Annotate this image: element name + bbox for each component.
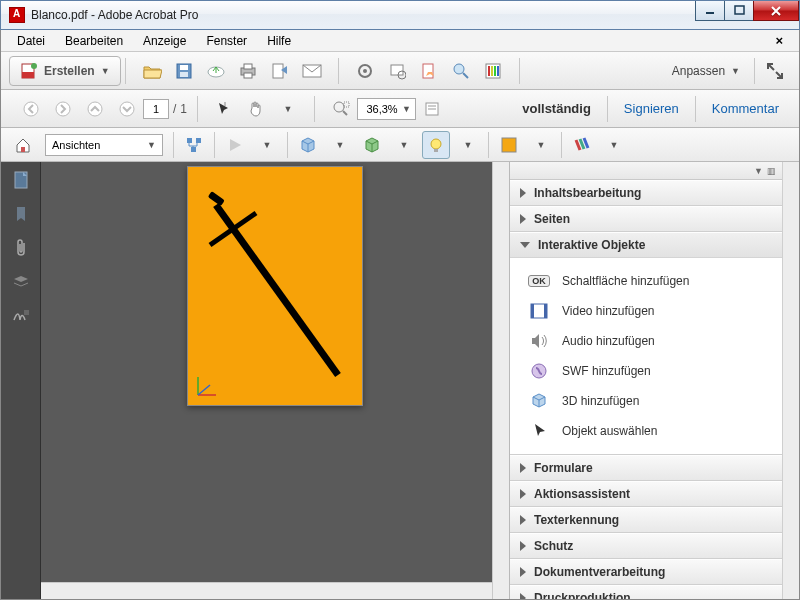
select-tool-button[interactable] <box>210 95 238 123</box>
share-button[interactable] <box>266 57 294 85</box>
email-button[interactable] <box>298 57 326 85</box>
scroll-down-button[interactable] <box>113 95 141 123</box>
green-cube-button[interactable] <box>358 131 386 159</box>
menu-file[interactable]: Datei <box>7 31 55 51</box>
fullscreen-button[interactable] <box>761 57 789 85</box>
views-label: Ansichten <box>52 139 100 151</box>
cloud-button[interactable] <box>202 57 230 85</box>
scroll-up-button[interactable] <box>81 95 109 123</box>
toolbar-navigation: / 1 ▼ ▼ vollständig Signieren Kommentar <box>1 90 799 128</box>
section-print-production[interactable]: Druckproduktion <box>510 585 782 599</box>
menu-help[interactable]: Hilfe <box>257 31 301 51</box>
section-protection[interactable]: Schutz <box>510 533 782 558</box>
panel-menu-icon[interactable]: ▼ <box>754 166 763 176</box>
signatures-button[interactable] <box>11 306 31 326</box>
print-button[interactable] <box>234 57 262 85</box>
chevron-down-icon: ▼ <box>147 140 156 150</box>
section-text-recognition[interactable]: Texterkennung <box>510 507 782 532</box>
action-add-button[interactable]: OK Schaltfläche hinzufügen <box>510 266 782 296</box>
create-button[interactable]: Erstellen ▼ <box>9 56 121 86</box>
search-icon <box>452 62 470 80</box>
svg-rect-23 <box>491 66 493 76</box>
bookmarks-button[interactable] <box>11 204 31 224</box>
swf-icon <box>528 362 550 380</box>
section-forms[interactable]: Formulare <box>510 455 782 480</box>
views-combo[interactable]: Ansichten ▼ <box>45 134 163 156</box>
save-button[interactable] <box>170 57 198 85</box>
action-add-swf[interactable]: SWF hinzufügen <box>510 356 782 386</box>
green-cube-dropdown[interactable]: ▼ <box>390 131 418 159</box>
menu-window[interactable]: Fenster <box>196 31 257 51</box>
cross-section-button[interactable] <box>568 131 596 159</box>
svg-point-26 <box>24 102 38 116</box>
panel-scrollbar[interactable] <box>782 162 799 599</box>
zoom-dropdown-button[interactable] <box>418 95 446 123</box>
model-tree-button[interactable] <box>180 131 208 159</box>
interactive-body: OK Schaltfläche hinzufügen Video hinzufü… <box>510 257 782 454</box>
first-page-button[interactable] <box>17 95 45 123</box>
attachments-button[interactable] <box>11 238 31 258</box>
window-maximize-button[interactable] <box>724 1 754 21</box>
layers-button[interactable] <box>11 272 31 292</box>
print-setup-button[interactable] <box>383 57 411 85</box>
svg-line-51 <box>198 385 210 395</box>
page-number-input[interactable] <box>143 99 169 119</box>
expand-icon <box>520 593 526 599</box>
vertical-scrollbar[interactable] <box>492 162 509 599</box>
expand-icon <box>520 541 526 551</box>
comment-pane-button[interactable]: Kommentar <box>700 101 791 116</box>
thumbnails-button[interactable] <box>11 170 31 190</box>
tools-pane-button[interactable]: vollständig <box>510 101 603 116</box>
window-close-button[interactable] <box>753 1 799 21</box>
sign-pane-button[interactable]: Signieren <box>612 101 691 116</box>
action-add-audio[interactable]: Audio hinzufügen <box>510 326 782 356</box>
menu-edit[interactable]: Bearbeiten <box>55 31 133 51</box>
svg-rect-43 <box>502 138 516 152</box>
zoom-input[interactable] <box>362 103 402 115</box>
light-dropdown[interactable]: ▼ <box>454 131 482 159</box>
tree-icon <box>185 136 203 154</box>
menubar-close-icon[interactable]: × <box>765 30 793 51</box>
pdf-page[interactable] <box>187 166 363 406</box>
document-star-icon <box>420 62 438 80</box>
next-page-button[interactable] <box>49 95 77 123</box>
menu-view[interactable]: Anzeige <box>133 31 196 51</box>
open-button[interactable] <box>138 57 166 85</box>
panel-options-icon[interactable]: ▥ <box>767 166 776 176</box>
settings-button[interactable] <box>351 57 379 85</box>
action-add-video[interactable]: Video hinzufügen <box>510 296 782 326</box>
section-pages[interactable]: Seiten <box>510 206 782 231</box>
section-action-wizard[interactable]: Aktionsassistent <box>510 481 782 506</box>
cursor-icon <box>216 101 232 117</box>
cross-dropdown[interactable]: ▼ <box>600 131 628 159</box>
search-button[interactable] <box>447 57 475 85</box>
spectrum-button[interactable] <box>479 57 507 85</box>
svg-point-28 <box>88 102 102 116</box>
color-dropdown[interactable]: ▼ <box>527 131 555 159</box>
section-document-processing[interactable]: Dokumentverarbeitung <box>510 559 782 584</box>
light-button[interactable] <box>422 131 450 159</box>
horizontal-scrollbar[interactable] <box>41 582 492 599</box>
background-color-button[interactable] <box>495 131 523 159</box>
window-minimize-button[interactable] <box>695 1 725 21</box>
action-select-object[interactable]: Objekt auswählen <box>510 416 782 446</box>
zoom-tool-button[interactable] <box>327 95 355 123</box>
tool-dropdown[interactable]: ▼ <box>274 95 302 123</box>
doc-props-button[interactable] <box>415 57 443 85</box>
cube-dropdown[interactable]: ▼ <box>326 131 354 159</box>
home-button[interactable] <box>9 131 37 159</box>
play-button[interactable] <box>221 131 249 159</box>
3d-cube-button[interactable] <box>294 131 322 159</box>
hand-tool-button[interactable] <box>242 95 270 123</box>
action-add-3d[interactable]: 3D hinzufügen <box>510 386 782 416</box>
zoom-combo[interactable]: ▼ <box>357 98 416 120</box>
chevron-down-icon: ▼ <box>402 104 411 114</box>
document-viewport[interactable] <box>41 162 509 599</box>
play-dropdown[interactable]: ▼ <box>253 131 281 159</box>
customize-button[interactable]: Anpassen ▼ <box>664 57 748 85</box>
section-content-editing[interactable]: Inhaltsbearbeitung <box>510 180 782 205</box>
svg-rect-39 <box>196 138 201 143</box>
svg-rect-24 <box>494 66 496 76</box>
page-thumb-icon <box>13 171 29 189</box>
section-interactive-objects[interactable]: Interaktive Objekte <box>510 232 782 257</box>
